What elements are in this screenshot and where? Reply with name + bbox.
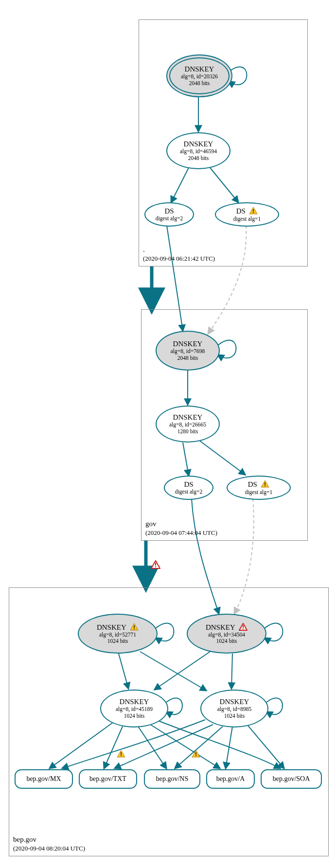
gov-ds2-node: DS digest alg=2 <box>164 476 213 500</box>
svg-rect-7 <box>134 628 135 629</box>
node-sub2: 1024 bits <box>216 638 237 644</box>
svg-rect-13 <box>195 755 196 756</box>
node-title: DS <box>184 480 193 489</box>
root-ksk-node: DNSKEY alg=8, id=20326 2048 bits <box>166 54 232 97</box>
node-sub2: 2048 bits <box>188 155 209 161</box>
zone-bep: bep.gov (2020-09-04 08:20:04 UTC) <box>9 587 329 856</box>
node-title: DNSKEY <box>120 698 149 706</box>
node-sub1: alg=8, id=8985 <box>217 706 251 712</box>
rr-label: bep.gov/SOA <box>273 775 310 783</box>
svg-rect-4 <box>155 563 156 566</box>
zone-gov-time: (2020-09-04 07:44:04 UTC) <box>145 529 217 537</box>
svg-rect-12 <box>195 752 196 755</box>
node-sub1: alg=8, id=45189 <box>116 706 153 712</box>
svg-rect-1 <box>253 212 254 213</box>
svg-rect-8 <box>243 625 244 628</box>
zone-root-label: . (2020-09-04 06:21:42 UTC) <box>143 245 215 263</box>
node-sub1: alg=8, id=20326 <box>181 73 218 80</box>
node-sub2: 2048 bits <box>177 355 198 361</box>
node-sub2: 1024 bits <box>124 713 145 719</box>
node-title: DNSKEY <box>97 623 126 631</box>
zone-bep-label: bep.gov (2020-09-04 08:20:04 UTC) <box>13 834 85 853</box>
svg-rect-11 <box>121 755 122 756</box>
warning-icon <box>192 750 201 760</box>
error-icon <box>239 623 248 631</box>
node-title: DNSKEY <box>206 623 235 631</box>
node-title: DS <box>164 207 174 215</box>
zone-gov-label: gov (2020-09-04 07:44:04 UTC) <box>145 519 217 537</box>
svg-rect-3 <box>265 485 265 486</box>
svg-rect-2 <box>265 482 265 485</box>
node-sub1: digest alg=2 <box>156 215 183 222</box>
node-sub1: alg=8, id=7698 <box>171 348 205 354</box>
rr-soa: bep.gov/SOA <box>261 769 322 789</box>
rr-label: bep.gov/MX <box>26 775 61 783</box>
node-title: DS <box>248 480 257 488</box>
warning-icon <box>249 207 258 214</box>
bep-zsk2-node: DNSKEY alg=8, id=8985 1024 bits <box>200 690 268 727</box>
zone-bep-time: (2020-09-04 08:20:04 UTC) <box>13 844 85 853</box>
warning-icon <box>130 623 139 631</box>
gov-ds1-node: DS digest alg=1 <box>227 476 291 500</box>
node-title: DNSKEY <box>173 413 203 422</box>
root-ds2-node: DS digest alg=2 <box>144 202 194 227</box>
svg-rect-0 <box>253 209 254 212</box>
error-icon <box>151 560 160 570</box>
node-sub1: alg=8, id=34504 <box>208 632 245 638</box>
node-sub1: digest alg=1 <box>245 489 273 496</box>
rr-label: bep.gov/TXT <box>89 775 126 783</box>
rr-ns: bep.gov/NS <box>144 769 200 789</box>
rr-a: bep.gov/A <box>206 769 255 789</box>
node-sub1: digest alg=1 <box>233 216 261 222</box>
bep-ksk2-node: DNSKEY alg=8, id=34504 1024 bits <box>187 614 266 654</box>
node-sub1: alg=8, id=26665 <box>169 422 206 428</box>
node-title: DS <box>236 207 246 215</box>
gov-zsk-node: DNSKEY alg=8, id=26665 1280 bits <box>156 406 220 443</box>
svg-rect-6 <box>134 625 135 628</box>
bep-ksk1-node: DNSKEY alg=8, id=52771 1024 bits <box>78 614 158 654</box>
bep-zsk1-node: DNSKEY alg=8, id=45189 1024 bits <box>100 690 168 727</box>
node-title: DNSKEY <box>173 340 203 348</box>
warning-icon <box>117 750 126 760</box>
gov-ksk-node: DNSKEY alg=8, id=7698 2048 bits <box>156 331 220 371</box>
zone-root-name: . <box>143 245 215 254</box>
svg-rect-9 <box>243 628 244 629</box>
root-ds1-node: DS digest alg=1 <box>215 202 279 227</box>
node-sub1: alg=8, id=46594 <box>180 148 217 155</box>
node-sub2: 2048 bits <box>189 80 210 87</box>
node-sub1: alg=8, id=52771 <box>99 632 136 638</box>
warning-icon <box>261 480 269 488</box>
svg-rect-10 <box>121 752 122 755</box>
node-title: DNSKEY <box>220 698 249 706</box>
rr-txt: bep.gov/TXT <box>79 769 137 789</box>
svg-rect-5 <box>155 567 156 567</box>
zone-gov-name: gov <box>145 519 217 529</box>
node-sub2: 1024 bits <box>107 638 128 644</box>
zone-root-time: (2020-09-04 06:21:42 UTC) <box>143 254 215 263</box>
rr-label: bep.gov/NS <box>156 775 189 783</box>
node-title: DNSKEY <box>184 140 213 148</box>
node-title: DNSKEY <box>185 65 214 73</box>
node-sub1: digest alg=2 <box>175 489 203 495</box>
node-sub2: 1280 bits <box>177 428 198 435</box>
node-sub2: 1024 bits <box>224 713 245 719</box>
rr-label: bep.gov/A <box>216 775 245 783</box>
zone-bep-name: bep.gov <box>13 834 85 844</box>
root-zsk-node: DNSKEY alg=8, id=46594 2048 bits <box>166 132 230 169</box>
rr-mx: bep.gov/MX <box>15 769 73 789</box>
